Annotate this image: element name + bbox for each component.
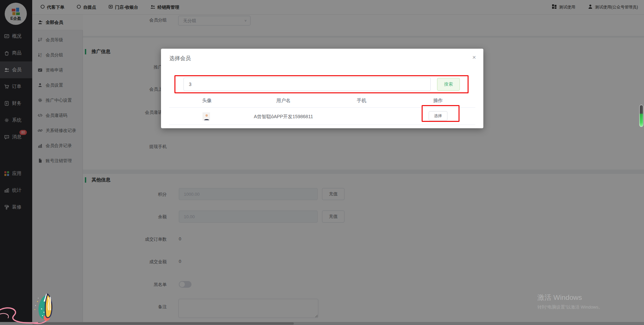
- close-icon[interactable]: ×: [472, 54, 476, 60]
- scroll-position-indicator[interactable]: [639, 105, 643, 127]
- table-header-divider: [169, 107, 475, 108]
- col-header-phone: 手机: [357, 98, 366, 104]
- member-search-input[interactable]: [183, 78, 431, 91]
- app-window: 代客下单 自提点 门店-收银台 经销商管理 测试使用 测试使用(公众号: [0, 0, 644, 325]
- select-member-button[interactable]: 选择: [429, 111, 447, 121]
- search-button[interactable]: 搜索: [437, 78, 460, 91]
- avatar: [203, 112, 210, 121]
- select-member-modal: 选择会员 × 搜索 头像 用户名 手机 操作 A曾智聪ỏAPP开发1598681…: [161, 49, 483, 128]
- col-header-action: 操作: [433, 98, 443, 104]
- modal-title: 选择会员: [169, 55, 191, 62]
- table-row-divider: [169, 125, 475, 125]
- member-username: A曾智聪ỏAPP开发15986811: [254, 114, 313, 120]
- col-header-username: 用户名: [276, 98, 290, 104]
- col-header-avatar: 头像: [202, 98, 212, 104]
